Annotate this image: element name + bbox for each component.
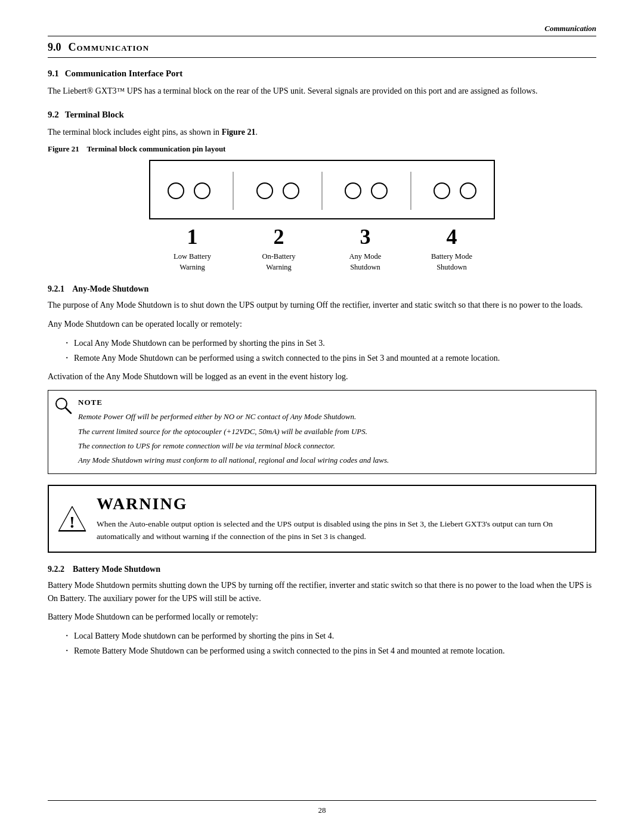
pin-circles-4 <box>434 182 476 199</box>
para-922-1: Battery Mode Shutdown permits shutting d… <box>48 579 596 605</box>
divider-3 <box>410 172 411 210</box>
subsection-9-1-number: 9.1 <box>48 69 59 79</box>
svg-text:!: ! <box>69 513 75 531</box>
subsection-9-2-number: 9.2 <box>48 110 59 120</box>
bullet-list-922: Local Battery Mode shutdown can be perfo… <box>66 630 596 657</box>
pin-numbers: 1 2 3 4 <box>149 224 495 249</box>
section-number: 9.0 <box>48 41 61 54</box>
svg-line-1 <box>66 408 71 413</box>
bullet-list-921: Local Any Mode Shutdown can be performed… <box>66 337 596 364</box>
para-921-1: The purpose of Any Mode Shutdown is to s… <box>48 299 596 312</box>
list-item: Remote Battery Mode Shutdown can be perf… <box>66 645 596 657</box>
subsubsection-9-2-2: ! WARNING When the Auto-enable output op… <box>48 485 596 657</box>
subsection-9-2-heading: 9.2 Terminal Block <box>48 110 596 120</box>
pin-circle-4a <box>434 182 450 199</box>
subsection-9-2-body: The terminal block includes eight pins, … <box>48 126 596 139</box>
subsubsection-9-2-2-heading: 9.2.2 Battery Mode Shutdown <box>48 565 596 574</box>
warning-box: ! WARNING When the Auto-enable output op… <box>48 485 596 553</box>
pin-circles-1 <box>168 182 210 199</box>
pin-circle-1a <box>168 182 184 199</box>
subsection-9-1: 9.1 Communication Interface Port The Lie… <box>48 69 596 98</box>
pin-circles-2 <box>256 182 299 199</box>
subsection-9-1-heading: 9.1 Communication Interface Port <box>48 69 596 79</box>
subsection-9-2-title: Terminal Block <box>65 110 124 120</box>
subsubsection-9-2-1-heading: 9.2.1 Any-Mode Shutdown <box>48 284 596 294</box>
para-922-2: Battery Mode Shutdown can be performed l… <box>48 611 596 624</box>
figure-caption: Figure 21 Terminal block communication p… <box>48 144 596 154</box>
page-number: 28 <box>318 806 326 815</box>
subsubsection-9-2-1-title: Any-Mode Shutdown <box>72 284 148 293</box>
pin-circle-2a <box>256 182 273 199</box>
page-header: Communication <box>48 24 596 36</box>
note-title: NOTE <box>78 398 586 407</box>
note-icon <box>54 397 72 414</box>
pin-circle-2b <box>283 182 299 199</box>
warning-body: When the Auto-enable output option is se… <box>97 518 586 543</box>
section-title: Communication <box>69 41 150 54</box>
pin-number-2: 2 <box>236 224 322 249</box>
terminal-diagram: 1 2 3 4 Low BatteryWarning On-BatteryWar… <box>149 160 495 272</box>
pin-label-4: Battery ModeShutdown <box>408 252 495 272</box>
list-item: Remote Any Mode Shutdown can be performe… <box>66 352 596 364</box>
pin-circle-3a <box>345 182 361 199</box>
para-921-2: Any Mode Shutdown can be operated locall… <box>48 318 596 331</box>
pin-number-4: 4 <box>408 224 495 249</box>
pin-group-2 <box>256 182 299 199</box>
note-box: NOTE Remote Power Off will be performed … <box>48 390 596 474</box>
pin-label-1: Low BatteryWarning <box>149 252 236 272</box>
list-item: Local Battery Mode shutdown can be perfo… <box>66 630 596 642</box>
figure-label: Figure 21 <box>48 144 85 153</box>
pin-labels: Low BatteryWarning On-BatteryWarning Any… <box>149 252 495 272</box>
divider-2 <box>321 172 323 210</box>
note-item-2: The current limited source for the optoc… <box>78 426 586 438</box>
pin-label-2: On-BatteryWarning <box>236 252 322 272</box>
terminal-box <box>149 160 495 219</box>
pin-number-1: 1 <box>149 224 236 249</box>
note-item-3: The connection to UPS for remote connect… <box>78 440 586 452</box>
subsection-9-1-title: Communication Interface Port <box>65 69 182 79</box>
page: Communication 9.0 Communication 9.1 Comm… <box>0 0 644 833</box>
list-item: Local Any Mode Shutdown can be performed… <box>66 337 596 349</box>
page-footer: 28 <box>48 800 596 815</box>
pin-group-1 <box>168 182 210 199</box>
figure-caption-text: Terminal block communication pin layout <box>87 144 226 153</box>
section-heading: 9.0 Communication <box>48 41 596 58</box>
warning-title: WARNING <box>97 494 586 513</box>
header-title: Communication <box>544 24 596 33</box>
pin-group-3 <box>345 182 388 199</box>
note-item-4: Any Mode Shutdown wiring must conform to… <box>78 454 586 466</box>
pin-circle-4b <box>460 182 476 199</box>
pin-circle-1b <box>194 182 210 199</box>
subsection-9-2: 9.2 Terminal Block The terminal block in… <box>48 110 596 657</box>
subsubsection-9-2-2-number: 9.2.2 <box>48 565 64 574</box>
note-item-1: Remote Power Off will be performed eithe… <box>78 411 586 423</box>
pin-number-3: 3 <box>322 224 408 249</box>
subsubsection-9-2-1: 9.2.1 Any-Mode Shutdown The purpose of A… <box>48 284 596 474</box>
subsubsection-9-2-1-number: 9.2.1 <box>48 284 64 293</box>
pin-circle-3b <box>371 182 388 199</box>
subsection-9-1-body: The Liebert® GXT3™ UPS has a terminal bl… <box>48 85 596 98</box>
subsubsection-9-2-2-title: Battery Mode Shutdown <box>73 565 160 574</box>
warning-triangle-icon: ! <box>57 504 87 534</box>
divider-1 <box>233 172 234 210</box>
pin-label-3: Any ModeShutdown <box>322 252 408 272</box>
pin-group-4 <box>434 182 476 199</box>
pin-circles-3 <box>345 182 388 199</box>
para-921-3: Activation of the Any Mode Shutdown will… <box>48 370 596 383</box>
